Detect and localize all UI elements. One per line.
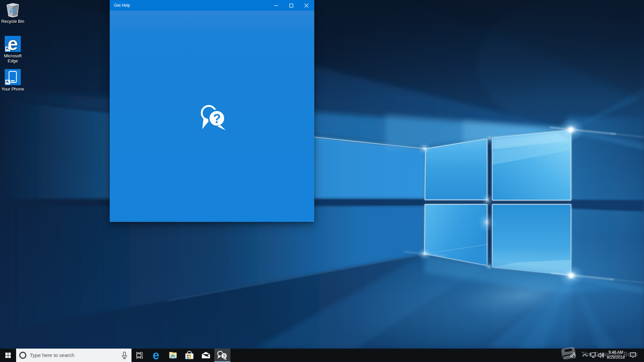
svg-text:?: ? xyxy=(213,112,221,126)
